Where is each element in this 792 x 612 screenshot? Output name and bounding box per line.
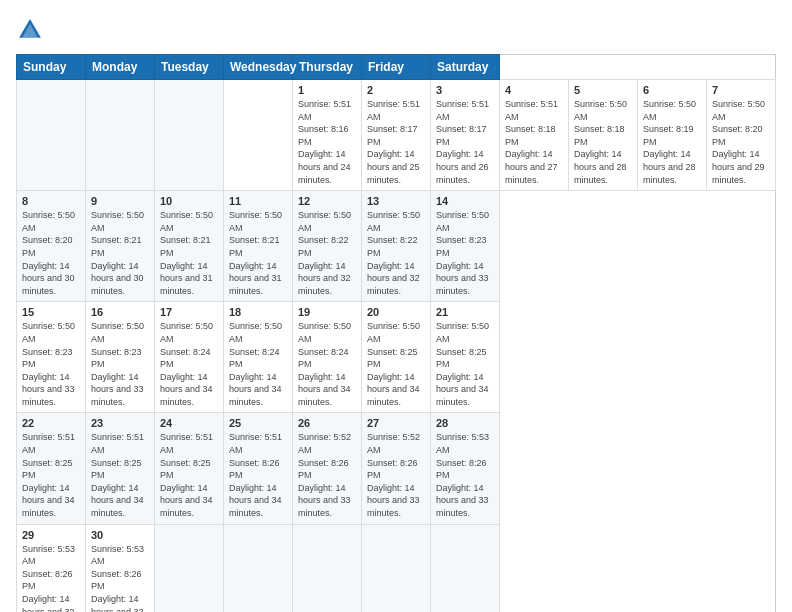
calendar-cell: 23Sunrise: 5:51 AMSunset: 8:25 PMDayligh… [86, 413, 155, 524]
day-number: 22 [22, 417, 80, 429]
day-header-tuesday: Tuesday [155, 55, 224, 80]
cell-info: Sunrise: 5:50 AMSunset: 8:23 PMDaylight:… [436, 210, 489, 296]
day-number: 29 [22, 529, 80, 541]
calendar-cell: 9Sunrise: 5:50 AMSunset: 8:21 PMDaylight… [86, 191, 155, 302]
calendar-cell: 25Sunrise: 5:51 AMSunset: 8:26 PMDayligh… [224, 413, 293, 524]
day-number: 7 [712, 84, 770, 96]
calendar-week-3: 15Sunrise: 5:50 AMSunset: 8:23 PMDayligh… [17, 302, 776, 413]
day-number: 18 [229, 306, 287, 318]
empty-cell [155, 524, 224, 612]
empty-cell [293, 524, 362, 612]
calendar-table: SundayMondayTuesdayWednesdayThursdayFrid… [16, 54, 776, 612]
day-header-saturday: Saturday [431, 55, 500, 80]
cell-info: Sunrise: 5:53 AMSunset: 8:26 PMDaylight:… [91, 544, 144, 612]
cell-info: Sunrise: 5:50 AMSunset: 8:25 PMDaylight:… [367, 321, 420, 407]
calendar-cell: 2Sunrise: 5:51 AMSunset: 8:17 PMDaylight… [362, 80, 431, 191]
calendar-week-1: 1Sunrise: 5:51 AMSunset: 8:16 PMDaylight… [17, 80, 776, 191]
calendar-cell: 18Sunrise: 5:50 AMSunset: 8:24 PMDayligh… [224, 302, 293, 413]
cell-info: Sunrise: 5:50 AMSunset: 8:24 PMDaylight:… [298, 321, 351, 407]
calendar-cell: 1Sunrise: 5:51 AMSunset: 8:16 PMDaylight… [293, 80, 362, 191]
cell-info: Sunrise: 5:50 AMSunset: 8:22 PMDaylight:… [367, 210, 420, 296]
calendar-cell: 22Sunrise: 5:51 AMSunset: 8:25 PMDayligh… [17, 413, 86, 524]
cell-info: Sunrise: 5:51 AMSunset: 8:17 PMDaylight:… [367, 99, 420, 185]
cell-info: Sunrise: 5:52 AMSunset: 8:26 PMDaylight:… [298, 432, 351, 518]
calendar-cell: 21Sunrise: 5:50 AMSunset: 8:25 PMDayligh… [431, 302, 500, 413]
day-header-thursday: Thursday [293, 55, 362, 80]
day-number: 24 [160, 417, 218, 429]
cell-info: Sunrise: 5:50 AMSunset: 8:24 PMDaylight:… [229, 321, 282, 407]
day-number: 19 [298, 306, 356, 318]
calendar-cell: 15Sunrise: 5:50 AMSunset: 8:23 PMDayligh… [17, 302, 86, 413]
day-number: 4 [505, 84, 563, 96]
cell-info: Sunrise: 5:50 AMSunset: 8:18 PMDaylight:… [574, 99, 627, 185]
calendar-cell: 16Sunrise: 5:50 AMSunset: 8:23 PMDayligh… [86, 302, 155, 413]
cell-info: Sunrise: 5:51 AMSunset: 8:18 PMDaylight:… [505, 99, 558, 185]
day-number: 11 [229, 195, 287, 207]
calendar-cell: 28Sunrise: 5:53 AMSunset: 8:26 PMDayligh… [431, 413, 500, 524]
cell-info: Sunrise: 5:50 AMSunset: 8:25 PMDaylight:… [436, 321, 489, 407]
day-number: 17 [160, 306, 218, 318]
cell-info: Sunrise: 5:50 AMSunset: 8:20 PMDaylight:… [22, 210, 75, 296]
day-header-wednesday: Wednesday [224, 55, 293, 80]
calendar-cell: 4Sunrise: 5:51 AMSunset: 8:18 PMDaylight… [500, 80, 569, 191]
cell-info: Sunrise: 5:51 AMSunset: 8:26 PMDaylight:… [229, 432, 282, 518]
day-number: 14 [436, 195, 494, 207]
cell-info: Sunrise: 5:51 AMSunset: 8:25 PMDaylight:… [160, 432, 213, 518]
calendar-week-4: 22Sunrise: 5:51 AMSunset: 8:25 PMDayligh… [17, 413, 776, 524]
day-number: 2 [367, 84, 425, 96]
calendar-cell: 8Sunrise: 5:50 AMSunset: 8:20 PMDaylight… [17, 191, 86, 302]
cell-info: Sunrise: 5:50 AMSunset: 8:21 PMDaylight:… [229, 210, 282, 296]
cell-info: Sunrise: 5:52 AMSunset: 8:26 PMDaylight:… [367, 432, 420, 518]
header [16, 16, 776, 44]
calendar-cell: 17Sunrise: 5:50 AMSunset: 8:24 PMDayligh… [155, 302, 224, 413]
cell-info: Sunrise: 5:53 AMSunset: 8:26 PMDaylight:… [436, 432, 489, 518]
day-number: 27 [367, 417, 425, 429]
day-number: 13 [367, 195, 425, 207]
cell-info: Sunrise: 5:50 AMSunset: 8:23 PMDaylight:… [22, 321, 75, 407]
day-number: 26 [298, 417, 356, 429]
day-header-monday: Monday [86, 55, 155, 80]
empty-cell [431, 524, 500, 612]
day-number: 9 [91, 195, 149, 207]
calendar-cell: 30Sunrise: 5:53 AMSunset: 8:26 PMDayligh… [86, 524, 155, 612]
cell-info: Sunrise: 5:51 AMSunset: 8:16 PMDaylight:… [298, 99, 351, 185]
day-number: 8 [22, 195, 80, 207]
day-number: 20 [367, 306, 425, 318]
day-number: 6 [643, 84, 701, 96]
calendar-cell: 6Sunrise: 5:50 AMSunset: 8:19 PMDaylight… [638, 80, 707, 191]
day-number: 1 [298, 84, 356, 96]
day-number: 15 [22, 306, 80, 318]
day-number: 21 [436, 306, 494, 318]
cell-info: Sunrise: 5:50 AMSunset: 8:21 PMDaylight:… [160, 210, 213, 296]
calendar-cell: 7Sunrise: 5:50 AMSunset: 8:20 PMDaylight… [707, 80, 776, 191]
empty-cell [155, 80, 224, 191]
day-number: 5 [574, 84, 632, 96]
cell-info: Sunrise: 5:50 AMSunset: 8:22 PMDaylight:… [298, 210, 351, 296]
calendar-week-5: 29Sunrise: 5:53 AMSunset: 8:26 PMDayligh… [17, 524, 776, 612]
empty-cell [86, 80, 155, 191]
calendar-header-row: SundayMondayTuesdayWednesdayThursdayFrid… [17, 55, 776, 80]
day-header-sunday: Sunday [17, 55, 86, 80]
page: SundayMondayTuesdayWednesdayThursdayFrid… [0, 0, 792, 612]
calendar-cell: 10Sunrise: 5:50 AMSunset: 8:21 PMDayligh… [155, 191, 224, 302]
calendar-cell: 11Sunrise: 5:50 AMSunset: 8:21 PMDayligh… [224, 191, 293, 302]
cell-info: Sunrise: 5:50 AMSunset: 8:21 PMDaylight:… [91, 210, 144, 296]
cell-info: Sunrise: 5:53 AMSunset: 8:26 PMDaylight:… [22, 544, 75, 612]
calendar-week-2: 8Sunrise: 5:50 AMSunset: 8:20 PMDaylight… [17, 191, 776, 302]
logo-icon [16, 16, 44, 44]
calendar-cell [224, 80, 293, 191]
empty-cell [17, 80, 86, 191]
cell-info: Sunrise: 5:51 AMSunset: 8:25 PMDaylight:… [91, 432, 144, 518]
calendar-cell: 19Sunrise: 5:50 AMSunset: 8:24 PMDayligh… [293, 302, 362, 413]
calendar-cell: 3Sunrise: 5:51 AMSunset: 8:17 PMDaylight… [431, 80, 500, 191]
day-number: 23 [91, 417, 149, 429]
calendar-cell: 24Sunrise: 5:51 AMSunset: 8:25 PMDayligh… [155, 413, 224, 524]
cell-info: Sunrise: 5:50 AMSunset: 8:24 PMDaylight:… [160, 321, 213, 407]
calendar-cell: 29Sunrise: 5:53 AMSunset: 8:26 PMDayligh… [17, 524, 86, 612]
day-number: 25 [229, 417, 287, 429]
day-number: 28 [436, 417, 494, 429]
day-number: 16 [91, 306, 149, 318]
calendar-cell: 26Sunrise: 5:52 AMSunset: 8:26 PMDayligh… [293, 413, 362, 524]
day-header-friday: Friday [362, 55, 431, 80]
cell-info: Sunrise: 5:50 AMSunset: 8:23 PMDaylight:… [91, 321, 144, 407]
